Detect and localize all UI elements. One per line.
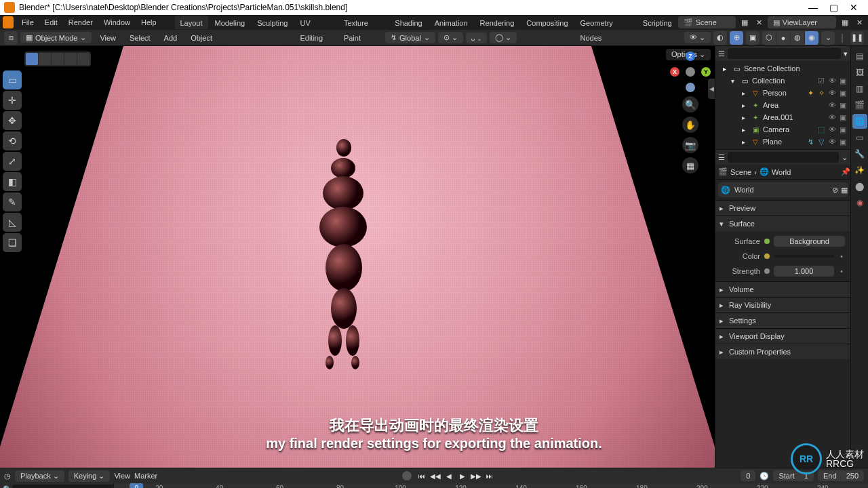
section-preview[interactable]: ▸Preview — [715, 201, 850, 216]
pin-icon[interactable]: 📌 — [841, 167, 848, 176]
strength-keyframe-dot[interactable]: • — [838, 267, 845, 275]
gizmo-toggle[interactable]: ◐ — [713, 31, 727, 45]
tool-measure[interactable]: ◺ — [3, 213, 22, 232]
world-shield-icon[interactable]: ⊘ — [832, 186, 838, 195]
color-keyframe-dot[interactable]: • — [838, 252, 845, 260]
world-selector[interactable]: 🌐 ⊘ ▦ ✕ — [718, 182, 848, 197]
ptab-object[interactable]: ▭ — [852, 130, 867, 145]
tree-collection[interactable]: ▾ ▭ Collection ☑👁▣ — [715, 75, 850, 87]
section-surface[interactable]: ▾Surface — [715, 216, 850, 231]
gizmo-axis-x[interactable]: X — [670, 67, 679, 77]
pivot-selector[interactable]: ⊙ ⌄ — [438, 32, 463, 43]
ptab-particles[interactable]: ✨ — [852, 163, 867, 178]
playback-menu[interactable]: Playback ⌄ — [15, 470, 64, 482]
pan-icon[interactable]: ✋ — [682, 117, 698, 133]
header-add[interactable]: Add — [159, 30, 183, 45]
header-view[interactable]: View — [94, 30, 121, 45]
tree-item-camera[interactable]: ▸▣ Camera ⬚👁▣ — [715, 123, 850, 136]
keying-menu[interactable]: Keying ⌄ — [68, 470, 111, 482]
tool-move[interactable]: ✥ — [3, 111, 22, 130]
jump-end-icon[interactable]: ⏭ — [484, 470, 496, 482]
strength-node-dot[interactable] — [764, 268, 770, 274]
color-node-dot[interactable] — [764, 253, 770, 259]
ptab-material[interactable]: ◉ — [852, 195, 867, 210]
minimize-button[interactable]: — — [803, 2, 823, 13]
overlay-toggle[interactable]: ⊕ — [730, 31, 743, 45]
world-name-input[interactable] — [733, 185, 829, 195]
shading-solid[interactable]: ● — [776, 31, 790, 45]
gizmo-center[interactable] — [686, 67, 695, 77]
props-options-icon[interactable]: ⌄ — [842, 153, 848, 162]
timeline-track[interactable]: 20 40 60 80 100 120 140 160 180 200 220 … — [114, 483, 868, 488]
ptab-render[interactable]: ▤ — [852, 49, 867, 64]
strength-value[interactable]: 1.000 — [774, 266, 834, 277]
tool-scale[interactable]: ⤢ — [3, 152, 22, 171]
select-mode-4[interactable] — [64, 53, 77, 65]
workspace-tab-geonodes[interactable]: Geometry Nodes — [575, 16, 636, 29]
scene-delete-button[interactable]: ✕ — [753, 18, 765, 27]
workspace-tab-layout[interactable]: Layout — [175, 16, 208, 29]
viewlayer-delete-button[interactable]: ✕ — [854, 18, 865, 27]
workspace-tab-rendering[interactable]: Rendering — [475, 16, 520, 29]
select-mode-3[interactable] — [52, 53, 64, 65]
section-viewport[interactable]: ▸Viewport Display — [715, 329, 850, 344]
workspace-tab-sculpting[interactable]: Sculpting — [252, 16, 293, 29]
visibility-popover[interactable]: 👁 ⌄ — [684, 32, 711, 43]
outliner-type-icon[interactable]: ☰ — [718, 49, 725, 58]
proportional-toggle[interactable]: ◯ ⌄ — [490, 32, 517, 43]
autokey-toggle[interactable] — [402, 471, 412, 481]
nav-gizmo[interactable]: Z X Y — [670, 52, 711, 92]
clock-icon[interactable]: 🕓 — [760, 472, 769, 481]
section-volume[interactable]: ▸Volume — [715, 282, 850, 297]
maximize-button[interactable]: ▢ — [823, 2, 844, 13]
play-reverse-icon[interactable]: ◀ — [443, 470, 455, 482]
close-button[interactable]: ✕ — [844, 2, 864, 13]
tool-transform[interactable]: ◧ — [3, 172, 22, 191]
section-ray[interactable]: ▸Ray Visibility — [715, 298, 850, 312]
outliner-search[interactable] — [728, 48, 841, 59]
scene-selector[interactable]: 🎬 Scene — [678, 16, 736, 28]
header-select[interactable]: Select — [124, 30, 156, 45]
tool-annotate[interactable]: ✎ — [3, 192, 22, 211]
ptab-modifier[interactable]: 🔧 — [852, 146, 867, 161]
snap-toggle[interactable]: ⩊ ⌄ — [466, 33, 487, 43]
workspace-tab-compositing[interactable]: Compositing — [521, 16, 573, 29]
shading-options[interactable]: ⌄ — [821, 31, 835, 45]
select-mode-1[interactable] — [26, 53, 38, 65]
pause-render-icon[interactable]: ❚❚ — [850, 31, 864, 45]
mode-selector[interactable]: ▦Object Mode⌄ — [20, 32, 92, 43]
viewlayer-selector[interactable]: ▤ ViewLayer — [768, 16, 836, 28]
gizmo-axis-y[interactable]: Y — [701, 67, 711, 77]
workspace-tab-scripting[interactable]: Scripting — [637, 16, 677, 29]
workspace-tab-texture[interactable]: Texture Paint — [338, 16, 388, 29]
zoom-icon[interactable]: 🔍 — [682, 96, 698, 113]
menu-edit[interactable]: Edit — [39, 15, 63, 30]
tree-scene-collection[interactable]: ▸ ▭ Scene Collection — [715, 62, 850, 75]
timeline-type-icon[interactable]: ◷ — [4, 472, 11, 481]
timeline-marker[interactable]: Marker — [134, 472, 157, 480]
camera-view-icon[interactable]: 📷 — [682, 137, 698, 153]
workspace-tab-modeling[interactable]: Modeling — [210, 16, 251, 29]
viewlayer-new-button[interactable]: ▦ — [839, 18, 851, 27]
tree-item-plane[interactable]: ▸▽ Plane ↯▽👁▣ — [715, 136, 850, 148]
gizmo-axis-nz[interactable] — [686, 83, 695, 92]
timeline-ruler[interactable]: 20 40 60 80 100 120 140 160 180 200 220 … — [114, 483, 868, 488]
viewport-3d[interactable]: Options ⌄ ◀ ▭ ✛ ✥ ⟲ ⤢ ◧ ✎ ◺ ❏ Z X Y 🔍 ✋ … — [0, 46, 715, 468]
ptab-world[interactable]: 🌐 — [852, 114, 867, 129]
props-type-icon[interactable]: ☰ — [718, 153, 725, 162]
workspace-tab-uv[interactable]: UV Editing — [294, 16, 336, 29]
perspective-icon[interactable]: ▦ — [682, 157, 698, 174]
ptab-physics[interactable]: ⬤ — [852, 179, 867, 194]
crumb-world[interactable]: World — [772, 168, 791, 176]
section-custom[interactable]: ▸Custom Properties — [715, 344, 850, 359]
gizmo-axis-z[interactable]: Z — [686, 52, 695, 61]
timeline-view[interactable]: View — [114, 472, 130, 480]
next-key-icon[interactable]: ▶▶ — [470, 470, 482, 482]
ptab-output[interactable]: 🖼 — [852, 65, 867, 80]
props-search[interactable] — [728, 152, 839, 163]
section-settings[interactable]: ▸Settings — [715, 313, 850, 328]
tool-cursor[interactable]: ✛ — [3, 91, 22, 110]
jump-start-icon[interactable]: ⏮ — [416, 470, 428, 482]
select-mode-5[interactable] — [77, 53, 90, 65]
orientation-selector[interactable]: ↯Global⌄ — [385, 32, 435, 43]
